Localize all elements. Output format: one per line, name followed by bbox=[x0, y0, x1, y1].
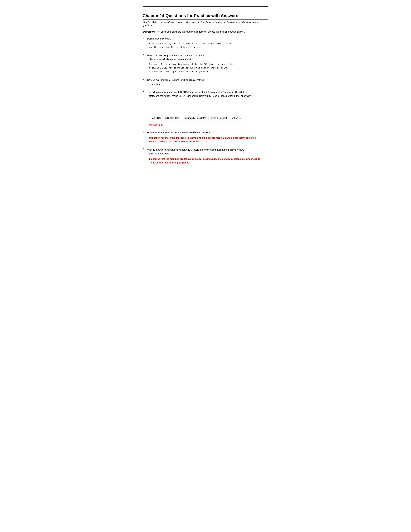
q2-answer-line2: total CMI will not increase because the … bbox=[149, 67, 227, 69]
q3-answer: Outpatient bbox=[149, 83, 268, 86]
question-2: 2. Why is the following statement false?… bbox=[143, 54, 268, 74]
q1-row: 1. Define case-mix index. bbox=[143, 37, 268, 41]
q2-answer-line3: divided will be higher than it was origi… bbox=[149, 70, 209, 73]
q5-text: How does site of service analysis relate… bbox=[147, 131, 210, 134]
chapter-subtitle: Chapter 14 does not include a review qui… bbox=[143, 20, 268, 27]
question-3: 3. Service-mix index (SM) is used in whi… bbox=[143, 78, 268, 86]
q1-number: 1. bbox=[143, 37, 146, 39]
page: Chapter 14 Questions for Practice with A… bbox=[133, 0, 278, 179]
q3-text: Service-mix index (SM) is used in which … bbox=[147, 78, 205, 82]
question-6: 6. Why do insurance companies compare E/… bbox=[143, 148, 268, 165]
q2-number: 2. bbox=[143, 54, 146, 57]
chapter-title: Chapter 14 Questions for Practice with A… bbox=[143, 13, 268, 19]
q5-row: 5. How does site of service analysis rel… bbox=[143, 131, 268, 134]
table-header-row: MS-DRG MS-DRG RW Community Hospital % St… bbox=[149, 116, 243, 120]
col-state-total: State % of Total bbox=[209, 116, 229, 120]
top-border bbox=[143, 6, 268, 7]
q2-text: Why is the following statement false? “A… bbox=[147, 54, 207, 61]
ms-drg-label-text: MS-DRG 387 bbox=[149, 124, 163, 126]
q3-answer-text: Outpatient bbox=[149, 83, 160, 86]
question-4: 4. The following table compares MS-DRG f… bbox=[143, 90, 268, 126]
q2-row: 2. Why is the following statement false?… bbox=[143, 54, 268, 61]
question-5: 5. How does site of service analysis rel… bbox=[143, 131, 268, 144]
q6-answer: It ensures that the facilities are follo… bbox=[149, 157, 268, 165]
col-community-hospital: Community Hospital % bbox=[181, 116, 209, 120]
q6-text: Why do insurance companies compare E/M l… bbox=[147, 148, 244, 155]
instructions: Instructions: For each item, complete th… bbox=[143, 30, 268, 33]
q2-answer: Because if the volume increases while th… bbox=[149, 63, 268, 74]
q4-number: 4. bbox=[143, 90, 146, 93]
instructions-label: Instructions: bbox=[143, 30, 156, 33]
question-1: 1. Define case-mix index. A measure used… bbox=[143, 37, 268, 49]
ms-drg-label: MS-DRG 387 bbox=[149, 124, 268, 126]
table-section: MS-DRG MS-DRG RW Community Hospital % St… bbox=[149, 116, 268, 120]
col-nation: Nation % bbox=[229, 116, 243, 120]
q1-answer: A measure used by CMS to determine hospi… bbox=[149, 42, 268, 49]
table-spacer bbox=[143, 98, 268, 112]
col-ms-drg: MS-DRG bbox=[149, 116, 163, 120]
drg-table: MS-DRG MS-DRG RW Community Hospital % St… bbox=[149, 116, 243, 120]
col-ms-drg-rw: MS-DRG RW bbox=[163, 116, 181, 120]
q4-row: 4. The following table compares MS-DRG f… bbox=[143, 90, 268, 98]
q2-answer-line1: Because if the volume increases while th… bbox=[149, 63, 233, 66]
q1-answer-line1: A measure used by CMS to determine hospi… bbox=[149, 42, 231, 45]
q5-number: 5. bbox=[143, 131, 146, 133]
q3-row: 3. Service-mix index (SM) is used in whi… bbox=[143, 78, 268, 82]
instructions-text: For each item, complete the statement co… bbox=[156, 30, 245, 33]
q1-answer-line2: for Medicare and Medicaid beneficiaries. bbox=[149, 46, 201, 48]
q6-number: 6. bbox=[143, 148, 146, 151]
q5-answer-text: Utilization review is the process of det… bbox=[149, 137, 257, 143]
q1-text: Define case-mix index. bbox=[147, 37, 171, 41]
q5-answer: Utilization review is the process of det… bbox=[149, 136, 268, 143]
q3-number: 3. bbox=[143, 78, 146, 81]
q6-row: 6. Why do insurance companies compare E/… bbox=[143, 148, 268, 155]
q6-answer-text: It ensures that the facilities are follo… bbox=[149, 158, 260, 164]
q4-text: The following table compares MS-DRG fami… bbox=[147, 90, 251, 98]
